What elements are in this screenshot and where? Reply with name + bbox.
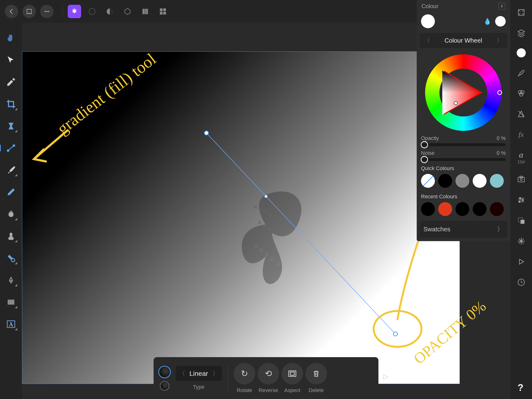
quick-colour-black[interactable] — [438, 174, 452, 188]
aspect-label: Aspect — [284, 387, 300, 393]
more-menu-button[interactable] — [40, 5, 54, 18]
history-studio-button[interactable] — [516, 277, 526, 288]
gradient-mid-handle[interactable] — [264, 195, 268, 198]
quick-colour-none[interactable] — [421, 174, 435, 188]
crop-tool[interactable] — [5, 98, 17, 110]
opacity-slider-thumb[interactable] — [421, 141, 428, 148]
delete-label: Delete — [309, 387, 324, 393]
pencil-tool[interactable] — [5, 186, 17, 198]
svg-point-52 — [519, 198, 521, 199]
hue-cursor[interactable] — [497, 90, 502, 95]
svg-line-19 — [9, 146, 13, 150]
noise-label: Noise — [421, 150, 434, 156]
colour-panel-title: Colour — [421, 3, 438, 10]
swatches-button[interactable]: Swatches 〉 — [420, 221, 507, 238]
text-studio-button[interactable]: a 12pt — [516, 150, 526, 164]
gradient-stop-primary[interactable] — [158, 366, 171, 378]
fx-studio-button[interactable]: fx — [516, 129, 526, 140]
prev-mode-button[interactable]: 〈 — [422, 36, 432, 45]
clone-tool[interactable] — [5, 230, 17, 242]
tone-map-persona-button[interactable] — [121, 5, 134, 18]
svg-text:A: A — [9, 321, 13, 328]
left-toolbar: A — [0, 23, 22, 399]
svg-rect-30 — [268, 213, 271, 216]
svg-rect-21 — [10, 234, 13, 237]
photo-persona-button[interactable] — [68, 5, 81, 18]
separator — [63, 6, 63, 18]
gradient-type-value: Linear — [190, 370, 208, 377]
navigator-studio-button[interactable] — [516, 236, 526, 246]
gradient-start-handle[interactable] — [204, 131, 209, 135]
liquify-persona-button[interactable] — [85, 5, 99, 18]
noise-slider[interactable] — [421, 158, 506, 161]
next-mode-button[interactable]: 〉 — [495, 36, 505, 45]
quick-colour-grey[interactable] — [456, 174, 469, 188]
svg-rect-15 — [160, 12, 162, 14]
svg-rect-28 — [259, 208, 262, 211]
burn-tool[interactable] — [5, 208, 17, 220]
channels-studio-button[interactable] — [516, 88, 526, 99]
transform-studio-button[interactable] — [516, 215, 526, 226]
quick-colours-title: Quick Colours — [417, 163, 510, 173]
move-tool[interactable] — [5, 54, 17, 66]
gradient-tool[interactable] — [5, 142, 17, 154]
eyedropper-button[interactable]: 💧 — [484, 18, 491, 25]
text-tool[interactable]: A — [5, 318, 17, 330]
brushes-studio-button[interactable] — [516, 67, 526, 78]
opacity-value: 0 % — [497, 135, 506, 141]
recent-colour[interactable] — [421, 202, 435, 216]
svg-point-47 — [519, 93, 523, 96]
selection-tool[interactable] — [5, 120, 17, 132]
paint-brush-tool[interactable] — [5, 164, 17, 176]
rectangle-tool[interactable] — [5, 296, 17, 308]
svg-point-4 — [45, 11, 46, 12]
aspect-button[interactable] — [282, 363, 303, 384]
recent-colour[interactable] — [490, 202, 504, 216]
export-persona-button[interactable] — [139, 5, 152, 18]
back-button[interactable] — [5, 5, 18, 18]
expand-studio-button[interactable] — [516, 7, 526, 18]
adjustments-studio-button[interactable] — [516, 109, 526, 119]
gradient-stop-secondary[interactable] — [160, 381, 169, 391]
sliders-studio-button[interactable] — [516, 195, 526, 205]
delete-button[interactable] — [305, 363, 327, 384]
slices-persona-button[interactable] — [156, 5, 170, 18]
recent-colour[interactable] — [473, 202, 487, 216]
colour-panel: Colour 💧 〈 Colour Wheel 〉 — [417, 0, 510, 241]
help-button[interactable]: ? — [514, 381, 527, 394]
reverse-label: Reverse — [259, 387, 278, 393]
colour-mode-selector[interactable]: 〈 Colour Wheel 〉 — [420, 33, 507, 48]
stock-studio-button[interactable] — [516, 174, 526, 185]
pen-tool[interactable] — [5, 274, 17, 286]
svg-rect-12 — [146, 9, 148, 14]
recent-colour[interactable] — [438, 202, 452, 216]
gradient-type-selector[interactable]: 〈 Linear 〉 — [176, 366, 222, 381]
quick-colour-teal[interactable] — [490, 174, 504, 188]
secondary-colour-swatch[interactable] — [495, 16, 506, 26]
primary-colour-swatch[interactable] — [421, 14, 435, 28]
document-canvas[interactable] — [22, 51, 460, 384]
layers-studio-button[interactable] — [516, 28, 526, 38]
opacity-slider[interactable] — [421, 143, 506, 146]
quick-colour-white[interactable] — [473, 174, 487, 188]
svg-rect-20 — [9, 237, 14, 240]
macro-play-button[interactable] — [516, 256, 526, 267]
healing-tool[interactable] — [5, 252, 17, 264]
svg-rect-14 — [163, 8, 166, 11]
svg-rect-37 — [265, 253, 268, 256]
document-menu-button[interactable] — [22, 5, 36, 18]
pin-panel-button[interactable] — [499, 3, 505, 10]
noise-slider-thumb[interactable] — [421, 156, 428, 163]
sv-cursor[interactable] — [454, 101, 458, 105]
reverse-button[interactable]: ⟲ — [258, 363, 279, 384]
develop-persona-button[interactable] — [103, 5, 116, 18]
svg-rect-24 — [8, 300, 14, 305]
colour-wheel[interactable] — [425, 54, 502, 131]
recent-colour[interactable] — [456, 202, 469, 216]
color-picker-tool[interactable] — [5, 76, 17, 88]
colour-studio-button[interactable] — [517, 48, 526, 57]
gradient-end-handle[interactable] — [393, 332, 398, 336]
hand-tool[interactable] — [5, 32, 17, 44]
type-label: Type — [193, 384, 204, 390]
rotate-button[interactable]: ↻ — [234, 363, 255, 384]
